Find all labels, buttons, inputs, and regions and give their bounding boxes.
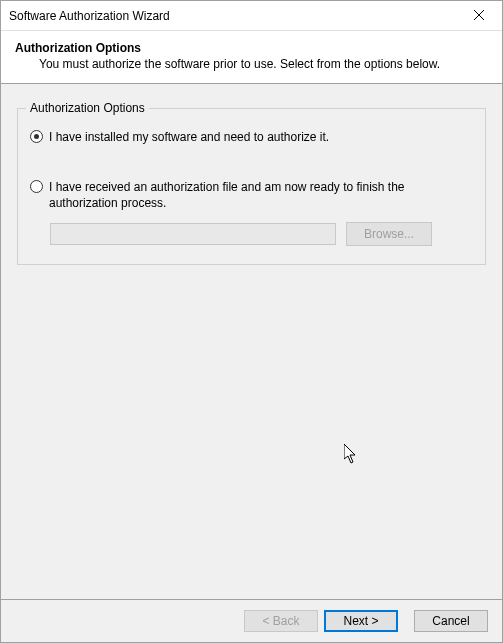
- cancel-button[interactable]: Cancel: [414, 610, 488, 632]
- radio-label: I have received an authorization file an…: [49, 179, 473, 211]
- window-title: Software Authorization Wizard: [9, 9, 170, 23]
- page-title: Authorization Options: [15, 41, 488, 55]
- back-button: < Back: [244, 610, 318, 632]
- radio-label: I have installed my software and need to…: [49, 129, 329, 145]
- radio-option-install[interactable]: I have installed my software and need to…: [30, 129, 473, 145]
- radio-icon: [30, 180, 43, 193]
- browse-button: Browse...: [346, 222, 432, 246]
- page-subtitle: You must authorize the software prior to…: [15, 57, 488, 71]
- wizard-footer: < Back Next > Cancel: [1, 599, 502, 642]
- authorization-options-group: Authorization Options I have installed m…: [17, 108, 486, 265]
- radio-icon: [30, 130, 43, 143]
- file-chooser-row: Browse...: [50, 222, 473, 246]
- group-legend: Authorization Options: [26, 101, 149, 115]
- close-icon: [474, 9, 484, 23]
- radio-option-authfile[interactable]: I have received an authorization file an…: [30, 179, 473, 211]
- wizard-content: Authorization Options I have installed m…: [1, 84, 502, 599]
- next-button[interactable]: Next >: [324, 610, 398, 632]
- auth-file-input: [50, 223, 336, 245]
- wizard-header: Authorization Options You must authorize…: [1, 31, 502, 83]
- close-button[interactable]: [456, 1, 502, 31]
- titlebar: Software Authorization Wizard: [1, 1, 502, 31]
